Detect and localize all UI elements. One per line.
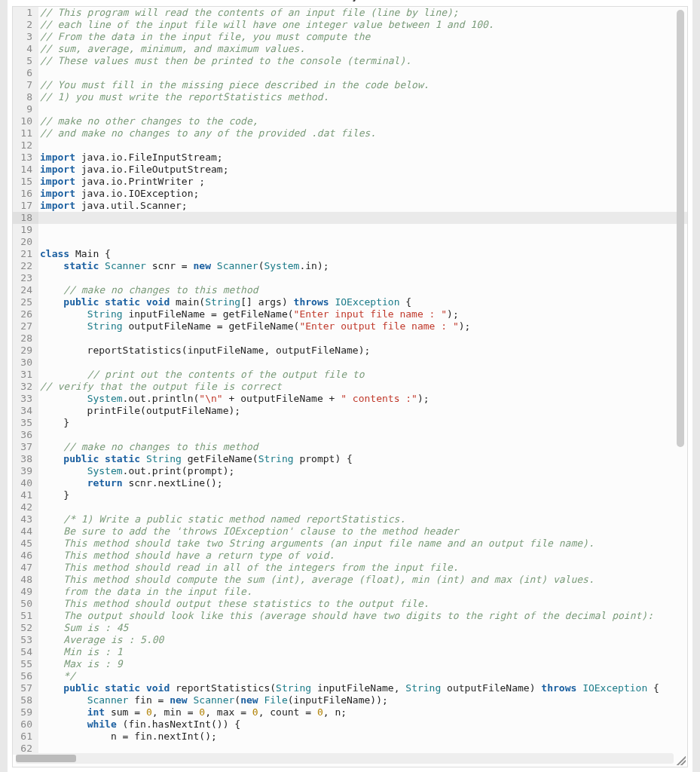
vertical-scrollbar-thumb[interactable]: [677, 10, 684, 447]
code-line[interactable]: 31 // print out the contents of the outp…: [13, 369, 687, 381]
code-content[interactable]: This method should take two String argum…: [38, 538, 687, 550]
code-content[interactable]: [38, 332, 687, 345]
code-content[interactable]: // This program will read the contents o…: [38, 7, 687, 19]
code-content[interactable]: [38, 67, 687, 79]
horizontal-scrollbar-thumb[interactable]: [16, 755, 76, 762]
code-content[interactable]: // make no changes to this method: [38, 284, 687, 296]
code-content[interactable]: [38, 501, 687, 513]
code-line[interactable]: 46 This method should have a return type…: [13, 550, 687, 562]
code-line[interactable]: 14import java.io.FileOutputStream;: [13, 164, 687, 176]
code-content[interactable]: printFile(outputFileName);: [38, 405, 687, 417]
code-line[interactable]: 12: [13, 139, 687, 152]
code-line[interactable]: 24 // make no changes to this method: [13, 284, 687, 296]
code-line[interactable]: 29 reportStatistics(inputFileName, outpu…: [13, 345, 687, 357]
code-content[interactable]: import java.io.PrintWriter ;: [38, 176, 687, 188]
code-line[interactable]: 2// each line of the input file will hav…: [13, 19, 687, 31]
code-content[interactable]: Max is : 9: [38, 658, 687, 670]
code-line[interactable]: 26 String inputFileName = getFileName("E…: [13, 308, 687, 320]
code-content[interactable]: This method should have a return type of…: [38, 550, 687, 562]
code-content[interactable]: System.out.print(prompt);: [38, 465, 687, 477]
code-content[interactable]: // 1) you must write the reportStatistic…: [38, 91, 687, 103]
code-line[interactable]: 56 */: [13, 670, 687, 682]
code-content[interactable]: [38, 357, 687, 369]
code-content[interactable]: String outputFileName = getFileName("Ent…: [38, 320, 687, 332]
code-content[interactable]: public static String getFileName(String …: [38, 453, 687, 465]
code-content[interactable]: // and make no changes to any of the pro…: [38, 127, 687, 139]
code-line[interactable]: 39 System.out.print(prompt);: [13, 465, 687, 477]
code-line[interactable]: 3// From the data in the input file, you…: [13, 31, 687, 43]
code-line[interactable]: 49 from the data in the input file.: [13, 586, 687, 598]
code-content[interactable]: Sum is : 45: [38, 622, 687, 634]
code-line[interactable]: 59 int sum = 0, min = 0, max = 0, count …: [13, 706, 687, 718]
code-content[interactable]: // print out the contents of the output …: [38, 369, 687, 381]
code-content[interactable]: import java.io.FileInputStream;: [38, 152, 687, 164]
code-line[interactable]: 21class Main {: [13, 248, 687, 260]
code-content[interactable]: from the data in the input file.: [38, 586, 687, 598]
code-content[interactable]: }: [38, 417, 687, 429]
code-line[interactable]: 36: [13, 429, 687, 441]
code-line[interactable]: 22 static Scanner scnr = new Scanner(Sys…: [13, 260, 687, 272]
code-line[interactable]: 8// 1) you must write the reportStatisti…: [13, 91, 687, 103]
code-line[interactable]: 10// make no other changes to the code,: [13, 115, 687, 127]
code-content[interactable]: This method should read in all of the in…: [38, 562, 687, 574]
code-line[interactable]: 20: [13, 236, 687, 248]
code-content[interactable]: System.out.println("\n" + outputFileName…: [38, 393, 687, 405]
code-content[interactable]: /* 1) Write a public static method named…: [38, 513, 687, 525]
code-line[interactable]: 25 public static void main(String[] args…: [13, 296, 687, 308]
code-line[interactable]: 45 This method should take two String ar…: [13, 538, 687, 550]
code-line[interactable]: 5// These values must then be printed to…: [13, 55, 687, 67]
vertical-scrollbar[interactable]: [677, 10, 684, 753]
code-line[interactable]: 30: [13, 357, 687, 369]
code-content[interactable]: Average is : 5.00: [38, 634, 687, 646]
code-line[interactable]: 7// You must fill in the missing piece d…: [13, 79, 687, 91]
code-line[interactable]: 48 This method should compute the sum (i…: [13, 574, 687, 586]
code-content[interactable]: // These values must then be printed to …: [38, 55, 687, 67]
code-content[interactable]: // make no other changes to the code,: [38, 115, 687, 127]
code-content[interactable]: n = fin.nextInt();: [38, 731, 687, 743]
code-line[interactable]: 37 // make no changes to this method: [13, 441, 687, 453]
code-line[interactable]: 38 public static String getFileName(Stri…: [13, 453, 687, 465]
code-line[interactable]: 42: [13, 501, 687, 513]
code-content[interactable]: class Main {: [38, 248, 687, 260]
code-content[interactable]: Scanner fin = new Scanner(new File(input…: [38, 694, 687, 706]
code-line[interactable]: 58 Scanner fin = new Scanner(new File(in…: [13, 694, 687, 706]
code-content[interactable]: import java.io.FileOutputStream;: [38, 164, 687, 176]
code-line[interactable]: 57 public static void reportStatistics(S…: [13, 682, 687, 694]
code-line[interactable]: 50 This method should output these stati…: [13, 598, 687, 610]
code-content[interactable]: This method should output these statisti…: [38, 598, 687, 610]
code-line[interactable]: 54 Min is : 1: [13, 646, 687, 658]
code-table[interactable]: 1// This program will read the contents …: [13, 7, 687, 755]
code-editor[interactable]: 1// This program will read the contents …: [13, 7, 687, 767]
code-content[interactable]: public static void reportStatistics(Stri…: [38, 682, 687, 694]
code-line[interactable]: 18: [13, 212, 687, 224]
resize-handle[interactable]: [677, 756, 686, 765]
code-content[interactable]: // sum, average, minimum, and maximum va…: [38, 43, 687, 55]
code-content[interactable]: return scnr.nextLine();: [38, 477, 687, 489]
code-content[interactable]: String inputFileName = getFileName("Ente…: [38, 308, 687, 320]
code-content[interactable]: This method should compute the sum (int)…: [38, 574, 687, 586]
code-line[interactable]: 44 Be sure to add the 'throws IOExceptio…: [13, 525, 687, 538]
code-content[interactable]: */: [38, 670, 687, 682]
code-content[interactable]: [38, 212, 687, 224]
code-content[interactable]: // each line of the input file will have…: [38, 19, 687, 31]
code-line[interactable]: 33 System.out.println("\n" + outputFileN…: [13, 393, 687, 405]
code-line[interactable]: 9: [13, 103, 687, 115]
code-content[interactable]: reportStatistics(inputFileName, outputFi…: [38, 345, 687, 357]
code-content[interactable]: while (fin.hasNextInt()) {: [38, 718, 687, 731]
code-line[interactable]: 34 printFile(outputFileName);: [13, 405, 687, 417]
code-line[interactable]: 4// sum, average, minimum, and maximum v…: [13, 43, 687, 55]
code-line[interactable]: 55 Max is : 9: [13, 658, 687, 670]
code-line[interactable]: 13import java.io.FileInputStream;: [13, 152, 687, 164]
code-line[interactable]: 32// verify that the output file is corr…: [13, 381, 687, 393]
code-line[interactable]: 43 /* 1) Write a public static method na…: [13, 513, 687, 525]
code-line[interactable]: 61 n = fin.nextInt();: [13, 731, 687, 743]
code-line[interactable]: 60 while (fin.hasNextInt()) {: [13, 718, 687, 731]
code-content[interactable]: import java.io.IOException;: [38, 188, 687, 200]
code-line[interactable]: 1// This program will read the contents …: [13, 7, 687, 19]
code-line[interactable]: 35 }: [13, 417, 687, 429]
code-line[interactable]: 47 This method should read in all of the…: [13, 562, 687, 574]
code-content[interactable]: [38, 236, 687, 248]
code-line[interactable]: 11// and make no changes to any of the p…: [13, 127, 687, 139]
code-line[interactable]: 27 String outputFileName = getFileName("…: [13, 320, 687, 332]
code-line[interactable]: 15import java.io.PrintWriter ;: [13, 176, 687, 188]
